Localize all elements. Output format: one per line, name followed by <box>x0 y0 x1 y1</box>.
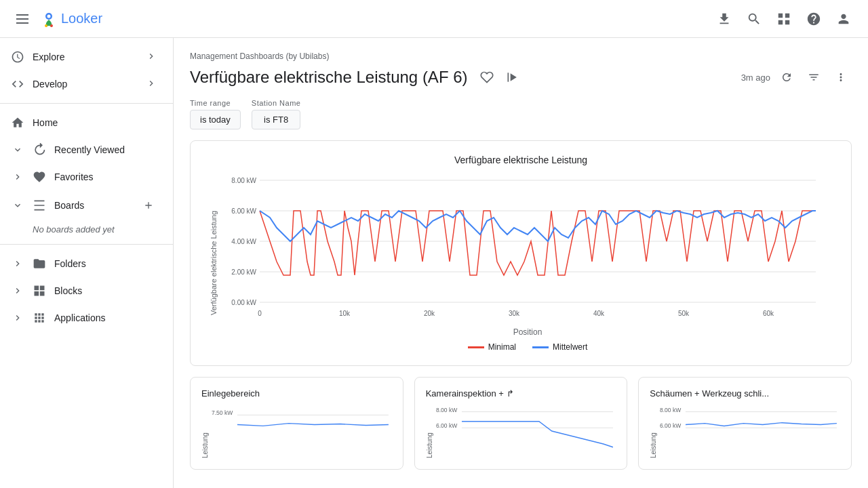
svg-text:4.00 kW: 4.00 kW <box>231 238 256 245</box>
legend-item-minimal: Minimal <box>468 342 516 352</box>
time-range-button[interactable]: is today <box>190 110 241 129</box>
main-chart-title: Verfügbare elektrische Leistung <box>204 155 837 165</box>
legend-item-mittelwert: Mittelwert <box>532 342 587 352</box>
download-button[interactable] <box>711 5 738 33</box>
content-area: Management Dashboards (by Ubilabs) Verfü… <box>174 38 868 488</box>
boards-add-button[interactable] <box>140 197 157 214</box>
folders-label: Folders <box>54 258 86 269</box>
filters-row: Time range is today Station Name is FT8 <box>190 99 852 129</box>
favorites-icon <box>33 170 46 184</box>
main-chart-inner: 8.00 kW 6.00 kW 4.00 kW 2.00 kW 0.00 kW … <box>218 174 837 352</box>
station-name-filter: Station Name is FT8 <box>252 99 301 129</box>
time-range-label: Time range <box>190 99 241 107</box>
search-icon <box>747 12 762 26</box>
filter-icon <box>808 71 820 83</box>
folders-icon <box>33 257 46 270</box>
sidebar-item-folders[interactable]: Folders <box>0 250 167 277</box>
grid-button[interactable] <box>770 5 797 33</box>
refresh-button[interactable] <box>776 66 797 88</box>
logo-text: Looker <box>61 11 102 26</box>
sidebar-item-applications[interactable]: Applications <box>0 304 167 331</box>
svg-point-3 <box>50 24 53 27</box>
sidebar-item-blocks[interactable]: Blocks <box>0 277 167 304</box>
mini-chart-einlegebereich: Leistung 7.50 kW <box>201 404 392 458</box>
svg-text:0: 0 <box>258 310 262 317</box>
sidebar-divider-2 <box>0 244 173 245</box>
boards-label: Boards <box>54 200 84 211</box>
timestamp: 3m ago <box>741 73 770 83</box>
svg-rect-6 <box>35 291 39 296</box>
share-button[interactable] <box>502 66 524 88</box>
svg-text:8.00 kW: 8.00 kW <box>436 407 458 413</box>
favorite-button[interactable] <box>476 66 498 88</box>
account-button[interactable] <box>830 5 857 33</box>
mini-y-label-kamerainspektion: Leistung <box>426 404 433 458</box>
main-chart-area: Verfügbare elektrische Leistung 8.00 kW … <box>204 174 837 352</box>
blocks-expand-icon <box>11 284 24 298</box>
heart-icon <box>480 70 494 84</box>
menu-icon[interactable] <box>11 9 34 29</box>
boards-expand-icon <box>11 199 24 212</box>
svg-rect-7 <box>40 291 45 296</box>
svg-text:20k: 20k <box>424 310 435 317</box>
boards-empty-label: No boards added yet <box>0 220 173 239</box>
sidebar-item-recently-viewed[interactable]: Recently Viewed <box>0 136 167 163</box>
svg-rect-5 <box>40 286 45 291</box>
svg-text:7.50 kW: 7.50 kW <box>212 409 233 416</box>
recently-viewed-icon <box>33 143 46 157</box>
sidebar-item-develop[interactable]: Develop <box>0 70 167 98</box>
svg-rect-4 <box>35 286 39 291</box>
search-button[interactable] <box>741 5 768 33</box>
svg-text:0.00 kW: 0.00 kW <box>231 299 256 306</box>
svg-text:6.00 kW: 6.00 kW <box>660 422 682 429</box>
svg-text:6.00 kW: 6.00 kW <box>231 207 256 215</box>
legend-label-mittelwert: Mittelwert <box>553 342 587 352</box>
mini-y-label-einlegebereich: Leistung <box>201 404 209 458</box>
recently-viewed-label: Recently Viewed <box>54 144 125 155</box>
blocks-icon <box>33 284 46 298</box>
account-icon <box>836 12 851 26</box>
bottom-cards-row: Einlegebereich Leistung 7.50 kW Kamerain… <box>190 377 852 470</box>
mini-card-schaeumen-title: Schäumen + Werkzeug schli... <box>650 388 840 399</box>
station-name-button[interactable]: is FT8 <box>252 110 301 129</box>
header-icons <box>476 66 524 88</box>
help-button[interactable] <box>800 5 827 33</box>
favorites-expand-icon <box>11 170 24 184</box>
mini-card-schaeumen: Schäumen + Werkzeug schli... Leistung 8.… <box>638 377 852 470</box>
develop-icon <box>11 77 24 91</box>
mini-card-kamerainspektion: Kamerainspektion + ↱ Leistung 8.00 kW 6.… <box>414 377 628 470</box>
chart-legend: Minimal Mittelwert <box>218 342 837 352</box>
help-icon <box>806 12 821 26</box>
mini-card-kamerainspektion-title: Kamerainspektion + ↱ <box>426 388 616 399</box>
sidebar-item-favorites[interactable]: Favorites <box>0 163 167 190</box>
main-chart-card: Verfügbare elektrische Leistung Verfügba… <box>190 140 852 366</box>
sidebar-item-boards[interactable]: Boards <box>0 190 167 220</box>
x-axis-label: Position <box>218 327 837 337</box>
expand-icon <box>11 143 24 157</box>
explore-label: Explore <box>33 52 64 62</box>
svg-text:2.00 kW: 2.00 kW <box>231 268 256 276</box>
svg-text:40k: 40k <box>593 310 605 317</box>
main-chart-y-label: Verfügbare elektrische Leistung <box>204 174 218 352</box>
sidebar-item-home[interactable]: Home <box>0 109 167 136</box>
legend-line-minimal <box>468 346 484 348</box>
filter-button[interactable] <box>803 66 825 88</box>
svg-text:8.00 kW: 8.00 kW <box>231 177 256 184</box>
blocks-label: Blocks <box>54 285 82 296</box>
home-icon <box>11 116 24 129</box>
time-range-filter: Time range is today <box>190 99 241 129</box>
mini-chart-kamerainspektion: Leistung 8.00 kW 6.00 kW <box>426 404 616 458</box>
logo[interactable]: Looker <box>39 9 102 28</box>
topbar: Looker <box>0 0 868 38</box>
svg-point-2 <box>45 24 47 27</box>
applications-icon <box>33 311 46 325</box>
legend-label-minimal: Minimal <box>488 342 516 352</box>
topbar-right <box>711 5 857 33</box>
more-options-button[interactable] <box>830 66 852 88</box>
page-header: Verfügbare elektrische Leistung (AF 6) 3… <box>190 66 852 88</box>
more-vert-icon <box>835 71 847 83</box>
sidebar-item-explore[interactable]: Explore <box>0 43 167 70</box>
refresh-icon <box>781 71 793 83</box>
download-icon <box>717 12 732 26</box>
mini-svg-einlegebereich: 7.50 kW <box>212 404 392 458</box>
